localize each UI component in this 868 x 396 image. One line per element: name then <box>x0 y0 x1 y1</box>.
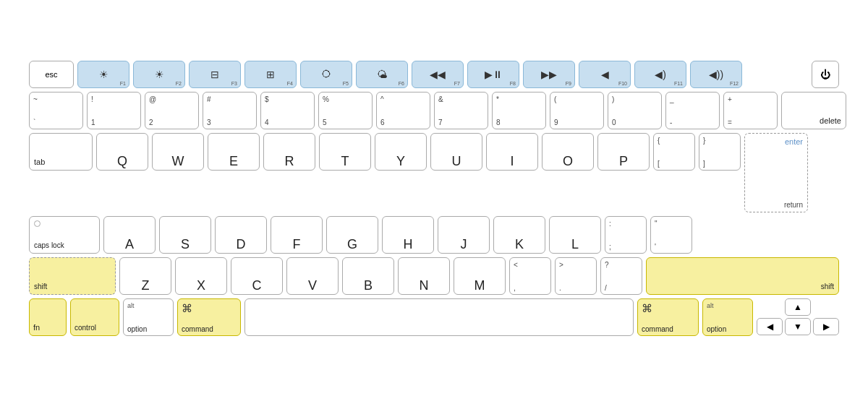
key-capslock[interactable]: caps lock <box>29 216 100 254</box>
key-0[interactable]: ) 0 <box>608 92 662 129</box>
key-option-left[interactable]: alt option <box>123 298 174 336</box>
key-d[interactable]: D <box>215 216 267 254</box>
key-3[interactable]: # 3 <box>203 92 257 129</box>
rbracket-label: ] <box>703 160 705 168</box>
key-fn[interactable]: fn <box>29 298 67 336</box>
key-u[interactable]: U <box>430 133 482 171</box>
f3-icon: ⊟ <box>210 69 219 80</box>
key-f9[interactable]: ▶▶ F9 <box>523 61 575 88</box>
key-arrow-right[interactable]: ▶ <box>813 318 839 335</box>
key-f10[interactable]: ◀ F10 <box>579 61 631 88</box>
key-spacebar[interactable] <box>244 298 634 336</box>
key-shift-left[interactable]: shift <box>29 257 116 295</box>
key-r[interactable]: R <box>263 133 315 171</box>
key-command-left[interactable]: ⌘ command <box>177 298 241 336</box>
key-equals-bot: = <box>728 119 732 126</box>
key-q[interactable]: Q <box>96 133 148 171</box>
key-f8[interactable]: ▶⏸ F8 <box>467 61 519 88</box>
key-tab[interactable]: tab <box>29 133 93 171</box>
key-f7[interactable]: ◀◀ F7 <box>412 61 464 88</box>
key-tilde-bot: ` <box>33 119 35 126</box>
f11-icon: ◀) <box>655 69 666 80</box>
key-semicolon[interactable]: : ; <box>605 216 647 254</box>
key-a[interactable]: A <box>103 216 156 254</box>
key-f11[interactable]: ◀) F11 <box>634 61 686 88</box>
key-z[interactable]: Z <box>119 257 171 295</box>
key-p[interactable]: P <box>597 133 650 171</box>
key-esc[interactable]: esc <box>29 61 74 88</box>
key-f5[interactable]: 🌣 F5 <box>300 61 352 88</box>
key-m[interactable]: M <box>454 257 506 295</box>
key-h[interactable]: H <box>382 216 434 254</box>
key-equals[interactable]: + = <box>723 92 778 129</box>
key-2-bot: 2 <box>149 119 153 126</box>
key-k[interactable]: K <box>493 216 545 254</box>
key-f[interactable]: F <box>271 216 323 254</box>
key-s[interactable]: S <box>159 216 211 254</box>
key-i[interactable]: I <box>486 133 538 171</box>
key-comma[interactable]: < , <box>509 257 551 295</box>
key-f4[interactable]: ⊞ F4 <box>244 61 297 88</box>
dquote-label: " <box>655 220 658 228</box>
squote-label: ' <box>655 243 656 251</box>
key-8[interactable]: * 8 <box>492 92 546 129</box>
key-y[interactable]: Y <box>375 133 427 171</box>
f1-icon: ☀ <box>99 69 109 80</box>
key-tilde[interactable]: ~ ` <box>29 92 83 129</box>
qwerty-row: tab Q W E R T Y U I O P { [ } ] enter re… <box>29 133 839 212</box>
key-b[interactable]: B <box>342 257 394 295</box>
lt-label: < <box>514 261 518 269</box>
key-shift-right[interactable]: shift <box>646 257 839 295</box>
key-f12[interactable]: ◀)) F12 <box>690 61 742 88</box>
key-g[interactable]: G <box>326 216 378 254</box>
control-label: control <box>75 324 96 332</box>
key-x[interactable]: X <box>175 257 227 295</box>
key-period[interactable]: > . <box>555 257 597 295</box>
y-label: Y <box>379 155 422 168</box>
key-w[interactable]: W <box>152 133 204 171</box>
key-5[interactable]: % 5 <box>318 92 373 129</box>
f-label: F <box>275 238 318 251</box>
key-option-right[interactable]: alt option <box>702 298 753 336</box>
key-7[interactable]: & 7 <box>434 92 488 129</box>
key-v[interactable]: V <box>286 257 339 295</box>
key-f6[interactable]: 🌤 F6 <box>356 61 408 88</box>
key-f3[interactable]: ⊟ F3 <box>189 61 241 88</box>
slash-label: / <box>605 284 607 292</box>
key-command-right[interactable]: ⌘ command <box>637 298 699 336</box>
key-8-top: * <box>496 95 499 103</box>
key-1[interactable]: ! 1 <box>87 92 141 129</box>
v-label: V <box>291 279 334 292</box>
arrow-cluster: ▲ ◀ ▼ ▶ <box>757 298 839 335</box>
f7-icon: ◀◀ <box>430 69 446 80</box>
key-quote[interactable]: " ' <box>650 216 692 254</box>
key-enter[interactable]: enter return <box>744 133 808 212</box>
esc-label: esc <box>45 70 57 79</box>
key-f2[interactable]: ☀ F2 <box>133 61 185 88</box>
key-control[interactable]: control <box>70 298 119 336</box>
number-row: ~ ` ! 1 @ 2 # 3 $ 4 % 5 ^ 6 & 7 <box>29 92 839 129</box>
key-delete[interactable]: delete <box>781 92 846 129</box>
key-e[interactable]: E <box>208 133 260 171</box>
key-slash[interactable]: ? / <box>600 257 642 295</box>
key-minus[interactable]: _ - <box>665 92 720 129</box>
key-rbracket[interactable]: } ] <box>699 133 741 171</box>
key-c[interactable]: C <box>231 257 283 295</box>
key-l[interactable]: L <box>549 216 601 254</box>
fn-label: fn <box>33 323 40 332</box>
key-2[interactable]: @ 2 <box>145 92 199 129</box>
key-j[interactable]: J <box>438 216 490 254</box>
key-9[interactable]: ( 9 <box>550 92 604 129</box>
tab-label: tab <box>34 158 45 166</box>
key-t[interactable]: T <box>319 133 371 171</box>
key-f1[interactable]: ☀ F1 <box>77 61 129 88</box>
key-n[interactable]: N <box>398 257 450 295</box>
key-6[interactable]: ^ 6 <box>376 92 430 129</box>
key-lbracket[interactable]: { [ <box>653 133 695 171</box>
key-arrow-up[interactable]: ▲ <box>785 298 811 316</box>
key-arrow-left[interactable]: ◀ <box>757 318 783 335</box>
key-4[interactable]: $ 4 <box>260 92 315 129</box>
key-power[interactable]: ⏻ <box>812 61 839 88</box>
key-o[interactable]: O <box>542 133 594 171</box>
key-arrow-down[interactable]: ▼ <box>785 318 811 335</box>
